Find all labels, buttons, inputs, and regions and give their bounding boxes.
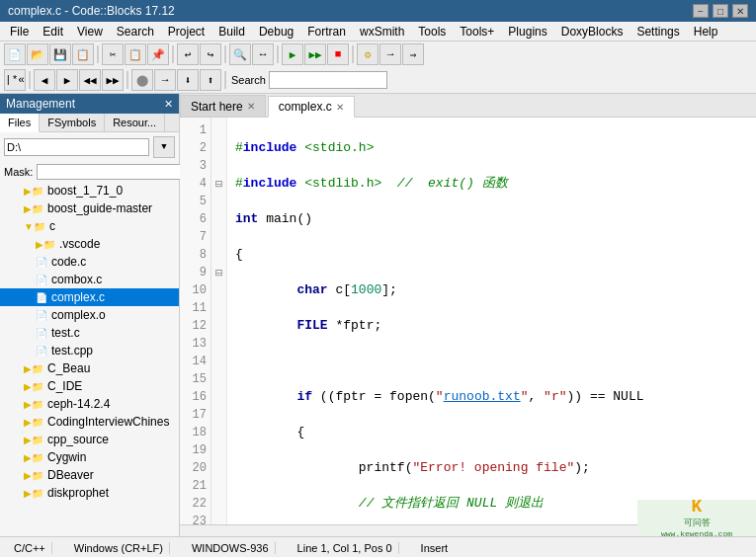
- menu-build[interactable]: Build: [212, 23, 251, 40]
- menu-tools[interactable]: Tools: [412, 23, 452, 40]
- tree-item-label: C_Beau: [47, 361, 90, 375]
- tree-item-c[interactable]: ▼📁 c: [0, 217, 179, 235]
- menu-search[interactable]: Search: [111, 23, 160, 40]
- status-mode: Insert: [415, 542, 455, 554]
- tree-item-testcpp[interactable]: 📄 test.cpp: [0, 342, 179, 359]
- menu-debug[interactable]: Debug: [253, 23, 299, 40]
- tree-item-ceph[interactable]: ▶📁 ceph-14.2.4: [0, 395, 179, 413]
- debug-button[interactable]: ⚙: [357, 43, 378, 65]
- menu-fortran[interactable]: Fortran: [301, 23, 352, 40]
- tree-item-cppsource[interactable]: ▶📁 cpp_source: [0, 431, 179, 448]
- save-all-button[interactable]: 📋: [72, 43, 94, 65]
- fold-9[interactable]: ⊟: [211, 264, 226, 281]
- step-button[interactable]: →: [379, 43, 401, 65]
- fold-4[interactable]: ⊟: [211, 175, 226, 193]
- menu-file[interactable]: File: [4, 23, 35, 40]
- fold-6: [211, 210, 226, 228]
- watermark-k: K: [692, 497, 703, 517]
- tab-resources[interactable]: Resour...: [105, 114, 165, 131]
- tree-item-cide[interactable]: ▶📁 C_IDE: [0, 377, 179, 395]
- tree-item-vscode[interactable]: ▶📁 .vscode: [0, 235, 179, 253]
- toolbar-row-2: |*« ◀ ▶ ◀◀ ▶▶ ⬤ → ⬇ ⬆ Search: [0, 67, 756, 93]
- fold-20: [211, 459, 226, 477]
- menu-project[interactable]: Project: [162, 23, 210, 40]
- code-editor[interactable]: 1 2 3 4 5 6 7 8 9 10 11 12 13 14 15 16 1…: [180, 118, 756, 524]
- tb2-dbg2[interactable]: →: [154, 69, 176, 91]
- tab-start-here[interactable]: Start here ✕: [180, 95, 266, 117]
- tab-complex-c[interactable]: complex.c ✕: [268, 96, 355, 118]
- tree-item-complexc[interactable]: 📄 complex.c: [0, 288, 179, 306]
- tree-item-comboxc[interactable]: 📄 combox.c: [0, 271, 179, 288]
- next-button[interactable]: ⇒: [402, 43, 424, 65]
- menu-plugins[interactable]: Plugins: [502, 23, 552, 40]
- line-num-22: 22: [180, 495, 210, 513]
- tb2-btn1[interactable]: |*«: [4, 69, 26, 91]
- menu-wxsmith[interactable]: wxSmith: [354, 23, 410, 40]
- tree-item-diskprophet[interactable]: ▶📁 diskprophet: [0, 484, 179, 502]
- tb2-btn3[interactable]: ▶: [56, 69, 78, 91]
- find-button[interactable]: 🔍: [229, 43, 251, 65]
- folder-icon: ▶📁: [36, 239, 55, 250]
- build-button[interactable]: ▶: [282, 43, 303, 65]
- menu-view[interactable]: View: [71, 23, 109, 40]
- path-browse-button[interactable]: ▼: [153, 136, 175, 158]
- code-content[interactable]: #include <stdio.h> #include <stdlib.h> /…: [227, 118, 756, 524]
- tb2-dbg1[interactable]: ⬤: [131, 69, 153, 91]
- tree-item-complexo[interactable]: 📄 complex.o: [0, 306, 179, 324]
- menu-edit[interactable]: Edit: [37, 23, 69, 40]
- tab-fsymbols[interactable]: FSymbols: [40, 114, 105, 131]
- undo-button[interactable]: ↩: [177, 43, 199, 65]
- tb2-dbg4[interactable]: ⬆: [200, 69, 221, 91]
- new-button[interactable]: 📄: [4, 43, 26, 65]
- line-num-19: 19: [180, 441, 210, 459]
- tb2-btn2[interactable]: ◀: [34, 69, 55, 91]
- tab-close-icon[interactable]: ✕: [336, 102, 344, 113]
- menu-help[interactable]: Help: [688, 23, 724, 40]
- code-line-6: FILE *fptr;: [235, 317, 748, 335]
- tb2-btn4[interactable]: ◀◀: [79, 69, 101, 91]
- search-input[interactable]: [269, 71, 387, 89]
- tb2-btn5[interactable]: ▶▶: [102, 69, 124, 91]
- status-position: Line 1, Col 1, Pos 0: [292, 542, 399, 554]
- path-input[interactable]: [4, 138, 149, 156]
- line-num-7: 7: [180, 228, 210, 246]
- menu-doxyblocks[interactable]: DoxyBlocks: [555, 23, 630, 40]
- tree-item-coding[interactable]: ▶📁 CodingInterviewChines: [0, 413, 179, 431]
- tree-item-cbeau[interactable]: ▶📁 C_Beau: [0, 359, 179, 377]
- open-button[interactable]: 📂: [27, 43, 48, 65]
- line-num-21: 21: [180, 477, 210, 495]
- toolbar-row-1: 📄 📂 💾 📋 ✂ 📋 📌 ↩ ↪ 🔍 ↔ ▶ ▶▶ ■ ⚙ → ⇒: [0, 41, 756, 67]
- paste-button[interactable]: 📌: [147, 43, 169, 65]
- tree-item-label: diskprophet: [47, 486, 109, 500]
- panel-title: Management ✕: [0, 94, 179, 114]
- minimize-button[interactable]: −: [693, 4, 709, 18]
- folder-icon: ▶📁: [24, 488, 43, 499]
- save-button[interactable]: 💾: [49, 43, 71, 65]
- tree-item-testc[interactable]: 📄 test.c: [0, 324, 179, 342]
- maximize-button[interactable]: □: [713, 4, 728, 18]
- fold-14: [211, 353, 226, 370]
- close-button[interactable]: ✕: [732, 4, 748, 18]
- menu-toolsplus[interactable]: Tools+: [454, 23, 500, 40]
- toolbar-sep-4: [277, 45, 279, 63]
- tree-item-boost-guide[interactable]: ▶📁 boost_guide-master: [0, 199, 179, 217]
- folder-icon: ▶📁: [24, 435, 43, 445]
- tree-item-codec[interactable]: 📄 code.c: [0, 253, 179, 271]
- file-icon: 📄: [36, 292, 47, 303]
- replace-button[interactable]: ↔: [252, 43, 274, 65]
- cut-button[interactable]: ✂: [102, 43, 124, 65]
- tree-item-cygwin[interactable]: ▶📁 Cygwin: [0, 448, 179, 466]
- tb2-dbg3[interactable]: ⬇: [177, 69, 199, 91]
- line-num-3: 3: [180, 157, 210, 175]
- redo-button[interactable]: ↪: [200, 43, 221, 65]
- tab-files[interactable]: Files: [0, 114, 40, 132]
- panel-close-button[interactable]: ✕: [164, 98, 173, 111]
- copy-button[interactable]: 📋: [125, 43, 146, 65]
- watermark: K 可问答 www.kewenda.com: [637, 500, 756, 535]
- tab-close-icon[interactable]: ✕: [247, 101, 255, 112]
- menu-settings[interactable]: Settings: [630, 23, 685, 40]
- tree-item-dbeaver[interactable]: ▶📁 DBeaver: [0, 466, 179, 484]
- tree-item-boost171[interactable]: ▶📁 boost_1_71_0: [0, 182, 179, 199]
- stop-button[interactable]: ■: [327, 43, 349, 65]
- run-button[interactable]: ▶▶: [304, 43, 326, 65]
